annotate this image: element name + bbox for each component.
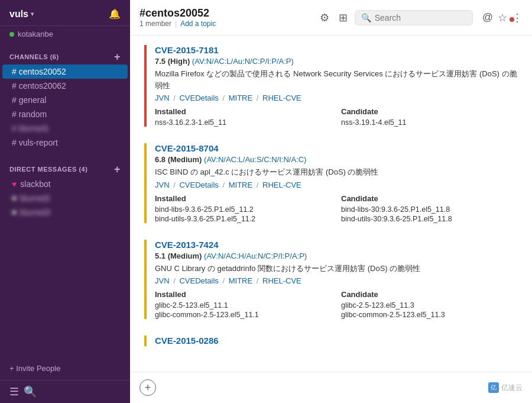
watermark: 亿 亿速云 bbox=[488, 382, 523, 393]
cve-score: 6.8 (Medium) (AV:N/AC:L/Au:S/C:N/I:N/A:C… bbox=[155, 155, 518, 164]
link-separator: / bbox=[254, 180, 261, 189]
link-separator: / bbox=[220, 276, 227, 285]
link-separator: / bbox=[220, 94, 227, 102]
installed-value-0: nss-3.16.2.3-1.el5_11 bbox=[155, 118, 332, 127]
dm-status-dot bbox=[12, 210, 17, 215]
cve-id-CVE-2013-7424[interactable]: CVE-2013-7424 bbox=[155, 240, 219, 250]
dm-item-blurred3[interactable]: blurred3 bbox=[2, 205, 128, 220]
cve-links: JVN / CVEDetails / MITRE / RHEL-CVE bbox=[155, 94, 518, 102]
sidebar-item-general[interactable]: # general bbox=[2, 93, 128, 107]
channels-section-header: CHANNELS (6) + bbox=[0, 42, 130, 65]
installed-header: Installed bbox=[155, 107, 332, 116]
sidebar-item-blurred1[interactable]: # blurred1 bbox=[2, 121, 128, 136]
cve-link-RHEL-CVE[interactable]: RHEL-CVE bbox=[262, 94, 301, 102]
cve-link-MITRE[interactable]: MITRE bbox=[229, 180, 252, 189]
cve-id-CVE-2015-0286[interactable]: CVE-2015-0286 bbox=[155, 336, 219, 346]
candidate-header: Candidate bbox=[341, 194, 518, 203]
user-status: kotakanbe bbox=[0, 26, 130, 42]
cve-link-CVEDetails[interactable]: CVEDetails bbox=[179, 276, 218, 285]
cve-card-CVE-2015-0286: CVE-2015-0286 bbox=[144, 336, 518, 346]
search-footer-icon[interactable]: 🔍 bbox=[24, 385, 37, 398]
channel-header: #centos20052 1 member | Add a topic ⚙ ⊞ … bbox=[130, 0, 532, 36]
cve-desc: ISC BIND の apl_42.c におけるサービス運用妨害 (DoS) の… bbox=[155, 166, 518, 178]
dm-name-label: blurred3 bbox=[20, 208, 50, 217]
search-box[interactable]: 🔍 bbox=[355, 10, 473, 25]
candidate-header: Candidate bbox=[341, 107, 518, 116]
cve-link-RHEL-CVE[interactable]: RHEL-CVE bbox=[262, 276, 301, 285]
link-separator: / bbox=[171, 94, 178, 102]
cve-id-CVE-2015-7181[interactable]: CVE-2015-7181 bbox=[155, 45, 219, 55]
cve-links: JVN / CVEDetails / MITRE / RHEL-CVE bbox=[155, 180, 518, 189]
cve-link-CVEDetails[interactable]: CVEDetails bbox=[179, 180, 218, 189]
dm-item-blurred2[interactable]: blurred2 bbox=[2, 191, 128, 205]
search-input[interactable] bbox=[375, 13, 466, 22]
sidebar: vuls ▾ 🔔 kotakanbe CHANNELS (6) + # cent… bbox=[0, 0, 130, 403]
dm-section-header: DIRECT MESSAGES (4) + bbox=[0, 154, 130, 177]
cve-desc: GNU C Library の getaddrinfo 関数におけるサービス運用… bbox=[155, 263, 518, 275]
invite-people-button[interactable]: + Invite People bbox=[0, 357, 130, 380]
cve-link-MITRE[interactable]: MITRE bbox=[229, 276, 252, 285]
installed-value-1: glibc-common-2.5-123.el5_11.1 bbox=[155, 311, 332, 319]
message-input-bar: + 亿 亿速云 bbox=[130, 372, 532, 403]
link-separator: / bbox=[171, 180, 178, 189]
watermark-text: 亿速云 bbox=[501, 383, 523, 393]
sidebar-item-centos20052[interactable]: # centos20052 bbox=[2, 65, 128, 79]
sidebar-item-random[interactable]: # random bbox=[2, 107, 128, 121]
installed-value-0: bind-libs-9.3.6-25.P1.el5_11.2 bbox=[155, 205, 332, 214]
layout-icon[interactable]: ⊞ bbox=[339, 11, 348, 24]
cve-link-CVEDetails[interactable]: CVEDetails bbox=[179, 94, 218, 102]
cve-link-JVN[interactable]: JVN bbox=[155, 276, 170, 285]
cve-card-CVE-2015-7181: CVE-2015-71817.5 (High) (AV:N/AC:L/Au:N/… bbox=[144, 45, 518, 127]
settings-icon[interactable]: ⚙ bbox=[320, 11, 329, 24]
candidate-header: Candidate bbox=[341, 290, 518, 299]
search-icon: 🔍 bbox=[361, 13, 371, 22]
installed-header: Installed bbox=[155, 194, 332, 203]
score-label: 7.5 (High) bbox=[155, 57, 192, 66]
at-icon[interactable]: @ bbox=[482, 11, 493, 24]
channel-title: #centos20052 bbox=[140, 7, 216, 20]
cves-container: CVE-2015-71817.5 (High) (AV:N/AC:L/Au:N/… bbox=[144, 45, 518, 346]
dm-label: DIRECT MESSAGES (4) bbox=[9, 166, 87, 173]
messages-area: CVE-2015-71817.5 (High) (AV:N/AC:L/Au:N/… bbox=[130, 36, 532, 372]
sidebar-item-centos20062[interactable]: # centos20062 bbox=[2, 79, 128, 93]
cve-id-CVE-2015-8704[interactable]: CVE-2015-8704 bbox=[155, 143, 219, 153]
dm-item-slackbot[interactable]: ♥slackbot bbox=[2, 177, 128, 191]
score-label: 5.1 (Medium) bbox=[155, 252, 204, 260]
cve-link-RHEL-CVE[interactable]: RHEL-CVE bbox=[262, 180, 301, 189]
sidebar-footer: ☰ 🔍 bbox=[0, 380, 130, 403]
notification-dot bbox=[510, 17, 514, 22]
cve-desc: Mozilla Firefox などの製品で使用される Network Secu… bbox=[155, 68, 518, 91]
candidate-value-0: glibc-2.5-123.el5_11.3 bbox=[341, 301, 518, 309]
add-dm-button[interactable]: + bbox=[114, 164, 121, 175]
add-message-button[interactable]: + bbox=[140, 379, 156, 396]
cve-card-CVE-2013-7424: CVE-2013-74245.1 (Medium) (AV:N/AC:H/Au:… bbox=[144, 240, 518, 320]
header-icons-group: @ ☆ ⋮ bbox=[480, 11, 523, 24]
channel-title-block: #centos20052 1 member | Add a topic bbox=[140, 7, 216, 28]
home-icon[interactable]: ☰ bbox=[9, 385, 19, 398]
dm-name-label: blurred2 bbox=[20, 194, 50, 203]
workspace-name[interactable]: vuls ▾ bbox=[9, 9, 34, 20]
sidebar-header: vuls ▾ 🔔 bbox=[0, 0, 130, 26]
cve-packages: InstalledCandidatebind-libs-9.3.6-25.P1.… bbox=[155, 194, 518, 223]
meta-separator: | bbox=[175, 20, 177, 28]
candidate-value-1: glibc-common-2.5-123.el5_11.3 bbox=[341, 311, 518, 319]
heart-icon: ♥ bbox=[12, 179, 17, 189]
add-topic-button[interactable]: Add a topic bbox=[180, 20, 216, 28]
channels-label: CHANNELS (6) bbox=[9, 53, 59, 60]
bell-icon[interactable]: 🔔 bbox=[109, 8, 121, 20]
cve-packages: InstalledCandidatenss-3.16.2.3-1.el5_11n… bbox=[155, 107, 518, 127]
score-vector: (AV:N/AC:L/Au:N/C:P/I:P/A:P) bbox=[192, 57, 294, 66]
invite-people-label: + Invite People bbox=[9, 364, 60, 373]
score-label: 6.8 (Medium) bbox=[155, 155, 204, 164]
cve-link-MITRE[interactable]: MITRE bbox=[229, 94, 252, 102]
channel-meta: 1 member | Add a topic bbox=[140, 20, 216, 28]
sidebar-item-vuls-report[interactable]: # vuls-report bbox=[2, 136, 128, 150]
dm-section: DIRECT MESSAGES (4) + ♥slackbotblurred2b… bbox=[0, 154, 130, 220]
link-separator: / bbox=[254, 276, 261, 285]
cve-link-JVN[interactable]: JVN bbox=[155, 180, 170, 189]
online-status-dot bbox=[9, 32, 14, 37]
cve-link-JVN[interactable]: JVN bbox=[155, 94, 170, 102]
star-icon[interactable]: ☆ bbox=[498, 11, 507, 24]
dm-name-label: slackbot bbox=[20, 179, 50, 189]
add-channel-button[interactable]: + bbox=[114, 51, 121, 62]
